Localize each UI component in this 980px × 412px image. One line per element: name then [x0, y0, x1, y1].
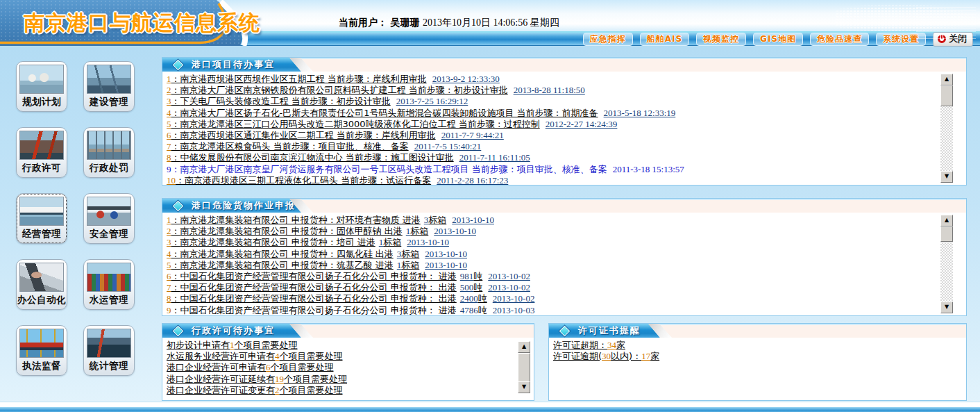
- list-item[interactable]: 许可证逾期(30以内)：17家: [553, 351, 937, 362]
- sidebar-item-statistics[interactable]: 统计管理: [83, 325, 135, 376]
- office-automation-photo: [19, 263, 64, 292]
- panel-header-row: 港口项目待办事宜: [162, 58, 966, 72]
- sidebar-item-admin-penalty[interactable]: 行政处罚: [83, 127, 135, 178]
- diamond-icon: [173, 325, 184, 336]
- diamond-icon: [173, 200, 184, 211]
- sidebar-item-water-transport[interactable]: 水运管理: [83, 259, 135, 310]
- sidebar-item-operation-management[interactable]: 经营管理: [16, 193, 67, 244]
- panel-body: 1：南京港龙潭集装箱有限公司 申报货种：对环境有害物质 进港3标箱2013-10…: [162, 213, 966, 315]
- planning-photo: [19, 65, 64, 94]
- list-item[interactable]: 5：南京港龙潭集装箱有限公司 申报货种：巯基乙酸 进港1标箱2013-10-10: [167, 260, 937, 271]
- sidebar-item-label: 安全管理: [90, 228, 128, 240]
- panel-header-row: 行政许可待办事宜: [162, 324, 534, 338]
- list-item[interactable]: 港口企业经营许可证延续有19个项目需要处理: [167, 374, 505, 385]
- scrollbar[interactable]: ▲ ▼: [518, 341, 530, 393]
- sidebar-item-law-enforcement[interactable]: 执法监督: [16, 325, 67, 376]
- app-title: 南京港口与航运信息系统: [24, 9, 260, 38]
- sidebar-item-safety-management[interactable]: 安全管理: [83, 193, 135, 244]
- sidebar-item-label: 统计管理: [90, 360, 128, 372]
- law-enforcement-photo: [19, 329, 64, 358]
- panel-title: 港口项目待办事宜: [192, 58, 275, 71]
- main-area: 规划计划 建设管理 行政许可 行政处罚 经营管理 安全管理 办公自动化 水运管: [0, 46, 980, 402]
- admin-permit-photo: [19, 131, 64, 160]
- panel-body: 初步设计申请有1个项目需要处理 水运服务业经营许可申请有4个项目需要处理 港口企…: [162, 338, 534, 400]
- panel-title: 行政许可待办事宜: [192, 324, 275, 337]
- sidebar: 规划计划 建设管理 行政许可 行政处罚 经营管理 安全管理 办公自动化 水运管: [0, 46, 158, 402]
- sidebar-item-label: 行政许可: [22, 162, 61, 174]
- list-item[interactable]: 1：南京港龙潭集装箱有限公司 申报货种：对环境有害物质 进港3标箱2013-10…: [167, 215, 937, 226]
- panel-header-bar: 港口危险货物作业申报: [162, 199, 301, 213]
- list-item[interactable]: 5：南京港龙潭港区三江口公用码头改造二期3000吨级液体化工泊位工程 当前步骤：…: [167, 119, 937, 130]
- panel-header-bar: 行政许可待办事宜: [162, 324, 301, 338]
- scroll-thumb[interactable]: [940, 226, 953, 242]
- nav-ship-ais-button[interactable]: 船舶AIS: [640, 33, 689, 46]
- nav-dangerous-goods-lookup-button[interactable]: 危险品速查: [810, 33, 869, 46]
- scroll-down-button[interactable]: ▼: [940, 171, 953, 183]
- operation-management-photo: [19, 197, 64, 226]
- scroll-down-button[interactable]: ▼: [940, 302, 953, 313]
- user-bar: 当前用户： 吴珊珊 2013年10月10日 14:06:56 星期四: [339, 17, 559, 29]
- list-item[interactable]: 6：南京港西坝港区通江集作业区二期工程 当前步骤：岸线利用审批2011-7-7 …: [167, 130, 937, 141]
- list-item[interactable]: 9：中国石化集团资产经营管理有限公司扬子石化分公司 申报货种： 进港4786吨2…: [167, 305, 937, 315]
- list-item[interactable]: 6：中国石化集团资产经营管理有限公司扬子石化分公司 申报货种： 进港981吨20…: [167, 271, 937, 282]
- list-item[interactable]: 港口企业经营许可申请有6个项目需要处理: [167, 362, 505, 373]
- sidebar-item-label: 办公自动化: [17, 294, 66, 306]
- panel-license-reminder: 许可证书提醒 许可证超期：34家 许可证逾期(30以内)：17家: [548, 323, 967, 401]
- scroll-up-button[interactable]: ▲: [518, 341, 530, 353]
- admin-penalty-photo: [87, 131, 131, 160]
- scroll-up-button[interactable]: ▲: [940, 74, 953, 85]
- sidebar-item-office-automation[interactable]: 办公自动化: [16, 259, 67, 310]
- panel-body: 许可证超期：34家 许可证逾期(30以内)：17家: [549, 338, 966, 400]
- nav-emergency-command-button[interactable]: 应急指挥: [583, 33, 633, 46]
- panel-admin-permit-todo: 行政许可待办事宜 初步设计申请有1个项目需要处理 水运服务业经营许可申请有4个项…: [162, 323, 534, 401]
- panel-title: 港口危险货物作业申报: [192, 199, 296, 212]
- panel-dangerous-cargo-declaration: 港口危险货物作业申报 1：南京港龙潭集装箱有限公司 申报货种：对环境有害物质 进…: [162, 198, 967, 316]
- list-item[interactable]: 水运服务业经营许可申请有4个项目需要处理: [167, 351, 505, 362]
- statistics-photo: [87, 329, 131, 358]
- scroll-down-button[interactable]: ▼: [518, 381, 530, 393]
- sidebar-item-construction[interactable]: 建设管理: [83, 61, 135, 112]
- list-item[interactable]: 4：南京港龙潭集装箱有限公司 申报货种：四氯化硅 出港3标箱2013-10-10: [167, 249, 937, 260]
- list-item[interactable]: 初步设计申请有1个项目需要处理: [167, 340, 505, 351]
- panel-header-row: 许可证书提醒: [549, 324, 966, 338]
- current-user-name: 吴珊珊: [390, 17, 419, 28]
- sidebar-item-label: 经营管理: [22, 228, 61, 240]
- list-item[interactable]: 7：南京龙潭港区粮食码头 当前步骤：项目审批、核准、备案2011-7-5 15:…: [167, 141, 937, 152]
- water-transport-photo: [87, 263, 131, 292]
- list-item[interactable]: 10：南京港西坝港区三期工程液体化工码头 当前步骤：试运行备案2011-2-28…: [167, 175, 937, 185]
- list-item-highlighted[interactable]: 9：南京港大厂港区南京皇厂河货运服务有限公司一号工区码头改造工程项目 当前步骤：…: [167, 164, 937, 175]
- list-item[interactable]: 8：中国石化集团资产经营管理有限公司扬子石化分公司 申报货种： 出港2400吨2…: [167, 293, 937, 304]
- current-datetime: 2013年10月10日 14:06:56 星期四: [423, 17, 559, 28]
- list-item[interactable]: 4：南京港大厂港区扬子石化-巴斯夫有限责任公司1号码头新增混合碳四装卸船设施项目…: [167, 108, 937, 119]
- diamond-icon: [559, 325, 571, 336]
- panel-port-projects-todo: 港口项目待办事宜 1：南京港西坝港区西坝作业区五期工程 当前步骤：岸线利用审批2…: [162, 57, 967, 186]
- nav-video-monitor-button[interactable]: 视频监控: [696, 33, 746, 46]
- scroll-up-button[interactable]: ▲: [940, 215, 953, 226]
- sidebar-item-label: 行政处罚: [90, 162, 128, 174]
- sidebar-item-label: 水运管理: [90, 294, 128, 306]
- sidebar-item-label: 建设管理: [90, 96, 128, 108]
- header: 南京港口与航运信息系统 当前用户： 吴珊珊 2013年10月10日 14:06:…: [0, 0, 980, 46]
- scrollbar[interactable]: ▲ ▼: [940, 74, 953, 183]
- sidebar-item-admin-permit[interactable]: 行政许可: [16, 127, 67, 178]
- list-item[interactable]: 1：南京港西坝港区西坝作业区五期工程 当前步骤：岸线利用审批2013-9-2 1…: [167, 74, 937, 85]
- list-item[interactable]: 2：南京港大厂港区南京钢铁股份有限公司原料码头扩建工程 当前步骤：初步设计审批2…: [167, 85, 937, 96]
- panel-title: 许可证书提醒: [578, 324, 641, 337]
- panel-body: 1：南京港西坝港区西坝作业区五期工程 当前步骤：岸线利用审批2013-9-2 1…: [162, 72, 966, 185]
- sidebar-item-planning[interactable]: 规划计划: [16, 61, 67, 112]
- panel-header-bar: 港口项目待办事宜: [162, 58, 301, 72]
- nav-gis-map-button[interactable]: GIS地图: [753, 33, 803, 46]
- list-item[interactable]: 7：中国石化集团资产经营管理有限公司扬子石化分公司 申报货种： 出港500吨20…: [167, 282, 937, 293]
- scroll-thumb[interactable]: [940, 85, 953, 106]
- safety-management-photo: [87, 197, 131, 226]
- scrollbar[interactable]: ▲ ▼: [940, 215, 953, 313]
- panel-header-row: 港口危险货物作业申报: [162, 199, 966, 213]
- list-item[interactable]: 3：下关电厂码头装修改造工程 当前步骤：初步设计审批2013-7-25 16:2…: [167, 96, 937, 107]
- footer-bar: [0, 407, 980, 412]
- list-item[interactable]: 港口企业经营许可证变更有2个项目需要处理: [167, 385, 505, 396]
- list-item[interactable]: 2：南京港龙潭集装箱有限公司 申报货种：固体甲醇钠 出港1标箱2013-10-1…: [167, 226, 937, 237]
- list-item[interactable]: 许可证超期：34家: [553, 340, 937, 351]
- list-item[interactable]: 3：南京港龙潭集装箱有限公司 申报货种：培司 进港1标箱2013-10-10: [167, 237, 937, 248]
- decorative-line-pattern: [916, 7, 976, 39]
- list-item[interactable]: 8：中储发展股份有限公司南京滨江物流中心 当前步骤：施工图设计审批2011-7-…: [167, 152, 937, 163]
